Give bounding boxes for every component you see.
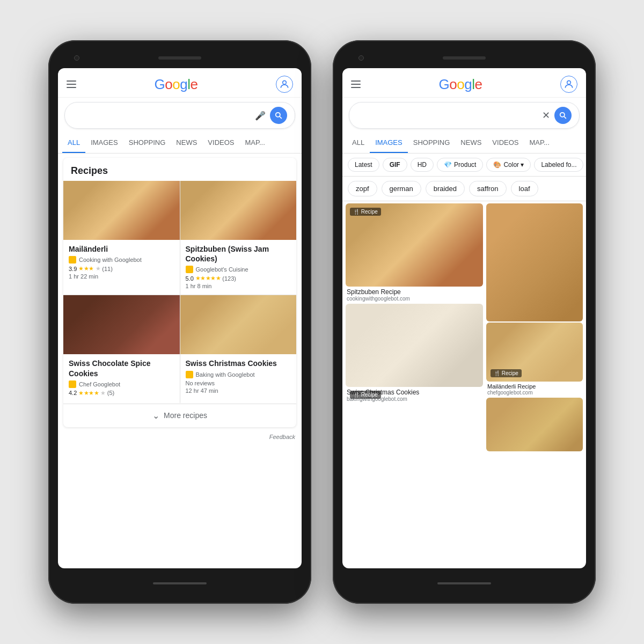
source-name-4: Baking with Googlebot: [196, 371, 255, 378]
recipe-card-4[interactable]: Swiss Christmas Cookies Baking with Goog…: [180, 295, 297, 402]
account-avatar-right[interactable]: [560, 76, 577, 93]
search-button-right[interactable]: [554, 107, 572, 124]
image-item-christmas[interactable]: 🍴 Recipe Swiss Christmas Cookies bakingw…: [346, 304, 483, 403]
related-chips: zopf german braided saffron loaf: [342, 177, 586, 201]
nav-tab-maps-left[interactable]: MAP...: [239, 133, 270, 153]
nav-tab-videos-right[interactable]: VIDEOS: [487, 133, 524, 153]
nav-tab-videos-left[interactable]: VIDEOS: [202, 133, 239, 153]
palette-icon: 🎨: [493, 161, 501, 169]
reviews-3: (5): [107, 390, 114, 396]
source-name-2: Googlebot's Cuisine: [196, 266, 248, 273]
recipe-time-1: 1 hr 22 min: [69, 273, 174, 280]
recipe-rating-3: 4.2 ★★★★★ (5): [69, 390, 174, 397]
source-icon-1: [69, 256, 76, 264]
small-cookies-image: [486, 398, 583, 451]
recipe-source-4: Baking with Googlebot: [186, 371, 291, 378]
phone-bottom-right: [437, 573, 491, 594]
recipe-info-1: Mailänderli Cooking with Googlebot 3.9 ★…: [63, 240, 180, 285]
clear-button-right[interactable]: ✕: [542, 109, 550, 121]
recipe-image-2: [180, 181, 297, 240]
phone-speaker-right: [443, 56, 486, 60]
search-button-left[interactable]: [270, 107, 287, 124]
recipe-rating-1: 3.9 ★★★★ (11): [69, 265, 174, 272]
mic-icon-left[interactable]: 🎤: [255, 111, 266, 121]
filter-color[interactable]: 🎨 Color ▾: [486, 158, 531, 172]
recipe-source-2: Googlebot's Cuisine: [186, 266, 291, 273]
recipe-badge-spitzbuben: 🍴 Recipe: [350, 208, 381, 216]
image-item-small-cookies[interactable]: [486, 398, 583, 451]
search-input-right[interactable]: swiss baking recipe: [357, 111, 538, 120]
hamburger-menu-right[interactable]: [351, 80, 361, 88]
stars-3: ★★★★: [78, 390, 99, 397]
chip-saffron[interactable]: saffron: [469, 181, 507, 196]
image-item-spitzbuben[interactable]: 🍴 Recipe Spitzbuben Recipe cookingwithgo…: [346, 203, 483, 303]
chip-loaf[interactable]: loaf: [511, 181, 538, 196]
source-name-1: Cooking with Googlebot: [79, 257, 142, 263]
mailanderli-title: Mailänderli Recipe: [487, 383, 582, 390]
recipes-title: Recipes: [63, 158, 296, 181]
image-column-right: 🍴 Recipe Mailänderli Recipe chefgooglebo…: [486, 203, 583, 566]
reviews-4: No reviews: [186, 380, 215, 386]
phone-screen-right: Google swiss baking recipe ✕: [342, 68, 586, 568]
filter-latest[interactable]: Latest: [348, 158, 379, 172]
nav-tab-shopping-left[interactable]: SHOPPING: [123, 133, 171, 153]
nav-tab-shopping-right[interactable]: SHOPPING: [408, 133, 456, 153]
mailanderli-source: chefgooglebot.com: [487, 390, 582, 396]
filter-gif[interactable]: GIF: [383, 158, 407, 172]
nav-tab-maps-right[interactable]: MAP...: [524, 133, 554, 153]
phone-bottom-left: [153, 573, 207, 594]
reviews-2: (123): [222, 275, 236, 282]
image-item-star-cookies[interactable]: [486, 203, 583, 321]
more-recipes-button[interactable]: ⌄ More recipes: [63, 404, 296, 427]
mailanderli-image: 🍴 Recipe: [486, 323, 583, 382]
recipe-card-1[interactable]: Mailänderli Cooking with Googlebot 3.9 ★…: [63, 181, 180, 295]
phone-right: Google swiss baking recipe ✕: [333, 40, 596, 604]
recipe-info-2: Spitzbuben (Swiss Jam Cookies) Googlebot…: [180, 240, 297, 295]
recipe-badge-mailanderli: 🍴 Recipe: [491, 369, 522, 377]
account-avatar-left[interactable]: [276, 76, 293, 93]
source-icon-3: [69, 380, 76, 388]
recipe-name-2: Spitzbuben (Swiss Jam Cookies): [186, 244, 291, 264]
nav-tab-all-right[interactable]: ALL: [347, 133, 370, 153]
stars-1: ★★★: [78, 265, 94, 272]
home-bar-left: [153, 582, 207, 584]
search-bar-left[interactable]: swiss christmas cookie recipe 🎤: [64, 102, 295, 129]
recipe-name-4: Swiss Christmas Cookies: [186, 358, 291, 368]
phone-camera-left: [74, 55, 79, 61]
filter-hd[interactable]: HD: [411, 158, 434, 172]
search-input-left[interactable]: swiss christmas cookie recipe: [72, 111, 251, 120]
google-header-right: Google: [342, 68, 586, 98]
recipe-image-4: [180, 295, 297, 354]
nav-tab-images-right[interactable]: IMAGES: [370, 133, 408, 153]
nav-tab-news-left[interactable]: NEWS: [171, 133, 202, 153]
chip-zopf[interactable]: zopf: [348, 181, 377, 196]
recipe-info-3: Swiss Chocolate Spice Cookies Chef Googl…: [63, 354, 180, 402]
search-bar-right[interactable]: swiss baking recipe ✕: [349, 102, 580, 129]
phone-top-bar-right: [342, 50, 586, 66]
svg-point-4: [560, 113, 565, 117]
nav-tab-news-right[interactable]: NEWS: [455, 133, 487, 153]
google-header-left: Google: [58, 68, 302, 98]
hamburger-menu-left[interactable]: [67, 80, 76, 88]
image-grid: 🍴 Recipe Spitzbuben Recipe cookingwithgo…: [342, 201, 586, 568]
nav-tab-all-left[interactable]: ALL: [62, 133, 85, 153]
spitzbuben-caption: Spitzbuben Recipe cookingwithgooglebot.c…: [346, 287, 483, 303]
chip-braided[interactable]: braided: [426, 181, 465, 196]
svg-line-5: [564, 116, 566, 119]
spitzbuben-source: cookingwithgooglebot.com: [347, 296, 482, 302]
source-icon-2: [186, 266, 193, 273]
svg-point-3: [567, 80, 571, 84]
nav-tab-images-left[interactable]: IMAGES: [85, 133, 123, 153]
recipe-card-3[interactable]: Swiss Chocolate Spice Cookies Chef Googl…: [63, 295, 180, 402]
recipe-card-2[interactable]: Spitzbuben (Swiss Jam Cookies) Googlebot…: [180, 181, 297, 295]
google-logo-right: Google: [367, 76, 554, 93]
recipe-info-4: Swiss Christmas Cookies Baking with Goog…: [180, 354, 297, 399]
phone-screen-left: Google swiss christmas cookie recipe 🎤: [58, 68, 302, 568]
recipe-source-3: Chef Googlebot: [69, 380, 174, 388]
filter-labeled[interactable]: Labeled fo...: [534, 158, 583, 172]
chip-german[interactable]: german: [382, 181, 421, 196]
filter-product[interactable]: 💎 Product: [437, 158, 483, 172]
recipe-time-2: 1 hr 8 min: [186, 283, 291, 289]
image-item-mailanderli[interactable]: 🍴 Recipe Mailänderli Recipe chefgooglebo…: [486, 323, 583, 397]
star-cookies-image: [486, 203, 583, 321]
